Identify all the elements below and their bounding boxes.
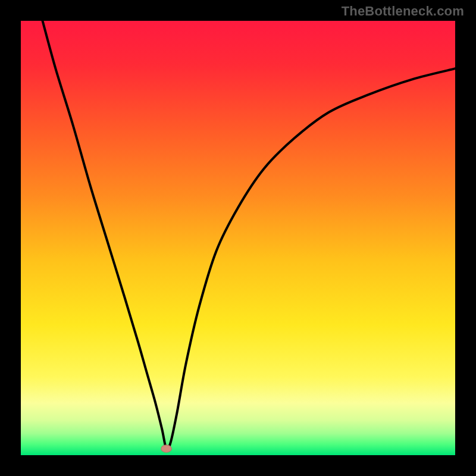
bottleneck-curve xyxy=(43,21,456,449)
plot-area xyxy=(21,21,455,455)
chart-frame: TheBottleneck.com xyxy=(0,0,476,476)
watermark-text: TheBottleneck.com xyxy=(342,4,464,19)
minimum-marker xyxy=(161,445,172,452)
curve-layer xyxy=(21,21,455,455)
